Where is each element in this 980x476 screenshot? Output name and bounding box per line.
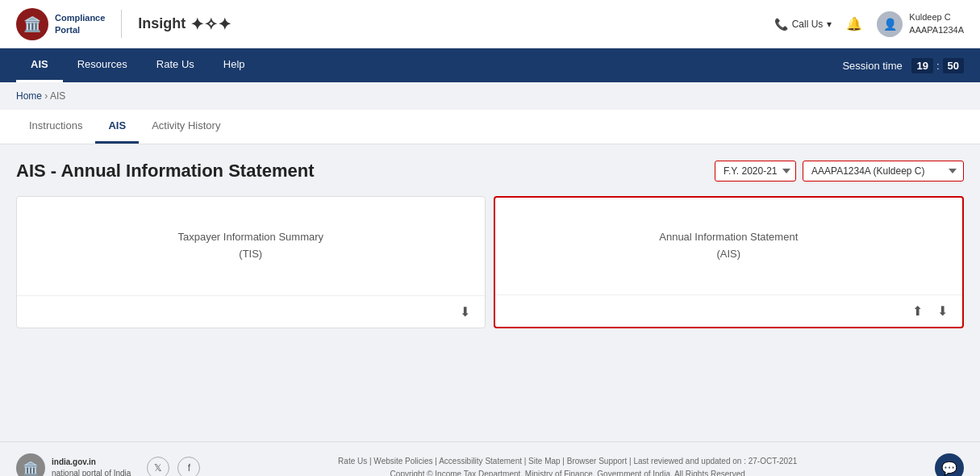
phone-icon: 📞: [774, 18, 788, 31]
nav-item-rate-us[interactable]: Rate Us: [142, 48, 209, 82]
footer-copyright: Copyright © Income Tax Department, Minis…: [338, 468, 797, 476]
avatar: 👤: [877, 11, 903, 37]
compliance-portal-logo: 🏛️ Compliance Portal: [16, 8, 105, 40]
twitter-icon[interactable]: 𝕏: [147, 457, 169, 476]
tis-download-button[interactable]: ⬇: [457, 303, 473, 321]
notification-icon[interactable]: 🔔: [846, 16, 862, 31]
header-right: 📞 Call Us ▾ 🔔 👤 Kuldeep C AAAPA1234A: [774, 11, 964, 37]
user-menu[interactable]: 👤 Kuldeep C AAAPA1234A: [877, 11, 964, 37]
chevron-down-icon: ▾: [827, 19, 832, 30]
page-title: AIS - Annual Information Statement: [16, 161, 315, 182]
session-info: Session time 19 : 50: [842, 58, 964, 73]
footer-links: Rate Us | Website Policies | Accessibili…: [338, 455, 797, 468]
filter-controls: F.Y. 2020-21 F.Y. 2019-20 F.Y. 2018-19 A…: [715, 161, 964, 182]
nav-item-help[interactable]: Help: [209, 48, 260, 82]
breadcrumb-current: AIS: [50, 90, 65, 102]
social-icons: 𝕏 f: [147, 457, 200, 476]
tis-card-body: Taxpayer Information Summary (TIS): [17, 197, 485, 295]
nav-links: AIS Resources Rate Us Help: [16, 48, 260, 82]
tab-activity-history[interactable]: Activity History: [139, 110, 233, 144]
insight-brand: Insight ✦✧✦: [138, 15, 231, 32]
nav-item-resources[interactable]: Resources: [63, 48, 142, 82]
logo-text: Compliance Portal: [55, 12, 105, 35]
session-minutes: 19: [911, 58, 932, 73]
ais-card[interactable]: Annual Information Statement (AIS) ⬆ ⬇: [494, 196, 965, 328]
tab-ais[interactable]: AIS: [95, 110, 139, 144]
tis-card[interactable]: Taxpayer Information Summary (TIS) ⬇: [16, 196, 486, 328]
ais-download-pdf-button[interactable]: ⬆: [909, 302, 926, 320]
tabs-bar: Instructions AIS Activity History: [0, 110, 980, 144]
breadcrumb-home[interactable]: Home: [16, 90, 42, 102]
session-seconds: 50: [943, 58, 964, 73]
ais-card-footer: ⬆ ⬇: [495, 294, 963, 327]
footer-gov-text: india.gov.in national portal of India: [52, 457, 131, 476]
emblem-icon: 🏛️: [16, 8, 48, 40]
pan-select[interactable]: AAAPA1234A (Kuldeep C): [803, 161, 964, 182]
ais-download-json-button[interactable]: ⬇: [934, 302, 951, 320]
footer-left: 🏛️ india.gov.in national portal of India…: [16, 453, 200, 476]
tis-label: Taxpayer Information Summary (TIS): [177, 229, 323, 263]
ais-label: Annual Information Statement (AIS): [659, 229, 798, 263]
tab-instructions[interactable]: Instructions: [16, 110, 95, 144]
tis-card-footer: ⬇: [17, 295, 485, 328]
call-us-button[interactable]: 📞 Call Us ▾: [774, 18, 832, 31]
facebook-icon[interactable]: f: [177, 457, 200, 476]
user-details: Kuldeep C AAAPA1234A: [909, 11, 964, 36]
footer-emblem-icon: 🏛️: [16, 453, 45, 476]
header-left: 🏛️ Compliance Portal Insight ✦✧✦: [16, 8, 231, 40]
ais-card-body: Annual Information Statement (AIS): [495, 198, 963, 294]
header-divider: [121, 10, 122, 38]
nav-bar: AIS Resources Rate Us Help Session time …: [0, 48, 980, 82]
main-content: AIS - Annual Information Statement F.Y. …: [0, 144, 980, 344]
footer-center: Rate Us | Website Policies | Accessibili…: [338, 455, 797, 476]
insight-star-icon: ✦✧✦: [190, 16, 231, 32]
nav-item-ais[interactable]: AIS: [16, 48, 63, 82]
page-header: 🏛️ Compliance Portal Insight ✦✧✦ 📞 Call …: [0, 0, 980, 48]
footer-gov-logo: 🏛️ india.gov.in national portal of India: [16, 453, 131, 476]
cards-row: Taxpayer Information Summary (TIS) ⬇ Ann…: [16, 196, 964, 328]
page-header-row: AIS - Annual Information Statement F.Y. …: [16, 161, 964, 182]
footer: 🏛️ india.gov.in national portal of India…: [0, 441, 980, 476]
help-chat-icon[interactable]: 💬: [935, 453, 964, 476]
breadcrumb: Home › AIS: [0, 82, 980, 110]
fy-select[interactable]: F.Y. 2020-21 F.Y. 2019-20 F.Y. 2018-19: [715, 161, 796, 182]
insight-label: Insight: [138, 15, 186, 32]
